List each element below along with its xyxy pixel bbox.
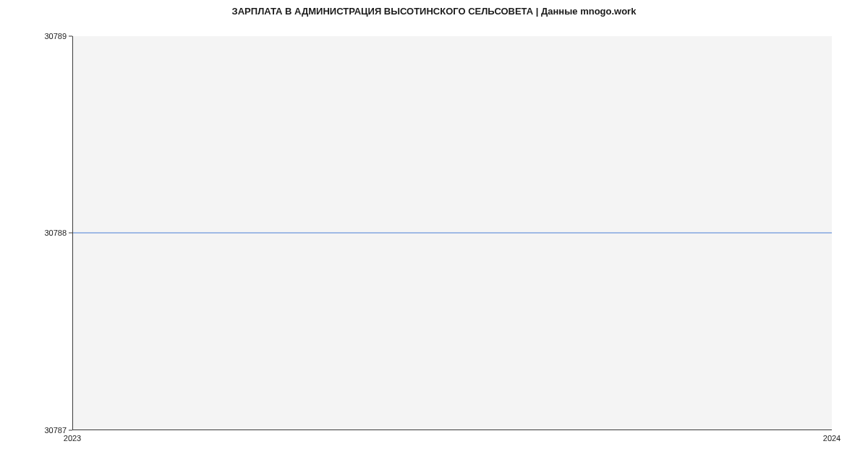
- y-tick-label: 30788: [44, 228, 67, 237]
- data-line: [73, 233, 832, 234]
- y-tick-mark: [69, 36, 72, 37]
- y-tick-mark: [69, 233, 72, 234]
- x-tick-label: 2024: [823, 434, 841, 443]
- y-tick-label: 30789: [44, 32, 67, 40]
- chart-title: ЗАРПЛАТА В АДМИНИСТРАЦИЯ ВЫСОТИНСКОГО СЕ…: [0, 6, 868, 17]
- x-tick-label: 2023: [64, 434, 81, 443]
- plot-area: [72, 36, 832, 430]
- y-tick-mark: [69, 430, 72, 431]
